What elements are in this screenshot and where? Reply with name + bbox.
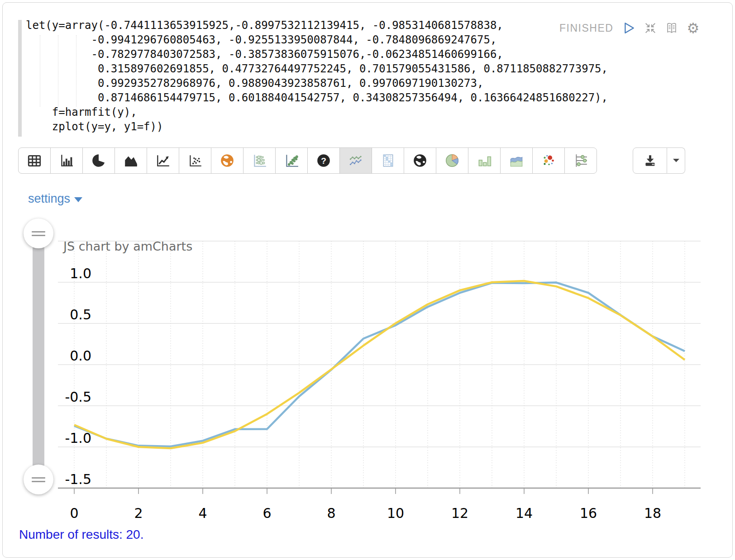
chart-type-toolbar: ? [18, 147, 597, 174]
bubble-chart-green-button[interactable] [275, 147, 308, 174]
download-button[interactable] [633, 147, 667, 174]
y-axis-label: -1.0 [65, 430, 91, 446]
download-group [633, 147, 685, 174]
line-chart-icon [155, 153, 171, 168]
sliders-button[interactable] [564, 147, 597, 174]
play-icon[interactable] [622, 21, 636, 35]
download-menu-button[interactable] [667, 147, 685, 174]
x-axis-label: 10 [387, 505, 404, 521]
x-axis-label: 18 [644, 505, 661, 521]
pie-chart-color-button[interactable] [436, 147, 468, 174]
results-count: Number of results: 20. [19, 527, 143, 542]
zoom-slider-track[interactable] [33, 233, 44, 479]
scatter-color-icon [541, 153, 556, 168]
pie-chart-button[interactable] [82, 147, 115, 174]
download-icon [642, 153, 658, 168]
scatter-plot-icon [187, 153, 203, 168]
bubble-chart-light-icon [252, 153, 267, 168]
bar-chart-green-button[interactable] [468, 147, 501, 174]
line-chart-button[interactable] [147, 147, 179, 174]
svg-text:?: ? [321, 156, 326, 166]
gear-icon[interactable]: ⚙ [686, 21, 700, 35]
multi-line-chart-icon [348, 153, 363, 168]
x-axis-label: 4 [198, 505, 207, 521]
chart-title: JS chart by amCharts [63, 239, 192, 253]
chart-panel: 1.00.50.0-0.5-1.0-1.5024681012141618 JS … [54, 224, 706, 529]
stacked-area-icon [509, 153, 524, 168]
status-badge: FINISHED [559, 22, 613, 34]
x-axis-label: 2 [134, 505, 143, 521]
stacked-area-button[interactable] [500, 147, 533, 174]
zoom-slider-handle-bottom[interactable] [24, 465, 53, 494]
code-editor[interactable]: let(y=array(-0.7441113653915925,-0.89975… [26, 18, 608, 134]
y-axis-label: 1.0 [70, 266, 91, 281]
settings-link[interactable]: settings [28, 192, 82, 206]
table-chart-button[interactable] [18, 147, 51, 174]
globe-orange-button[interactable] [211, 147, 243, 174]
y-axis-label: 0.0 [70, 348, 91, 364]
x-axis-label: 0 [70, 505, 78, 521]
globe-dark-button[interactable] [404, 147, 436, 174]
area-chart-icon [123, 153, 138, 168]
pie-chart-color-icon [444, 153, 460, 168]
x-axis-label: 16 [580, 505, 597, 521]
grid-table-blue-button[interactable] [372, 147, 404, 174]
x-axis-label: 8 [327, 505, 335, 521]
grid-table-blue-icon [380, 153, 396, 168]
settings-label: settings [28, 192, 70, 206]
zoom-slider-handle-top[interactable] [24, 218, 53, 248]
y-axis-label: -0.5 [65, 389, 91, 405]
bubble-chart-light-button[interactable] [243, 147, 276, 174]
code-cell-gutter [18, 20, 22, 137]
chart-canvas: 1.00.50.0-0.5-1.0-1.5024681012141618 [54, 224, 706, 529]
x-axis-label: 6 [262, 505, 271, 521]
globe-dark-icon [412, 153, 428, 168]
docs-book-icon[interactable] [664, 21, 679, 35]
scatter-plot-button[interactable] [179, 147, 211, 174]
bar-chart-icon [59, 153, 74, 168]
help-button[interactable]: ? [307, 147, 340, 174]
cell-actions: FINISHED ⚙ [559, 20, 700, 36]
chevron-down-icon [74, 197, 82, 202]
scatter-color-button[interactable] [532, 147, 565, 174]
x-axis-label: 12 [451, 505, 468, 521]
collapse-icon[interactable] [643, 21, 658, 35]
area-chart-button[interactable] [115, 147, 147, 174]
sliders-icon [573, 153, 588, 168]
pie-chart-icon [91, 153, 106, 168]
globe-orange-icon [220, 153, 235, 168]
bar-chart-button[interactable] [50, 147, 83, 174]
caret-down-icon [672, 157, 681, 165]
bar-chart-green-icon [477, 153, 492, 168]
notebook-page: let(y=array(-0.7441113653915925,-0.89975… [0, 0, 735, 560]
help-icon: ? [316, 153, 331, 168]
x-axis-label: 14 [515, 505, 533, 521]
bubble-chart-green-icon [284, 153, 299, 168]
multi-line-chart-button[interactable] [339, 147, 372, 174]
y-axis-label: 0.5 [70, 307, 91, 323]
table-icon [27, 153, 42, 168]
y-axis-label: -1.5 [65, 471, 91, 487]
